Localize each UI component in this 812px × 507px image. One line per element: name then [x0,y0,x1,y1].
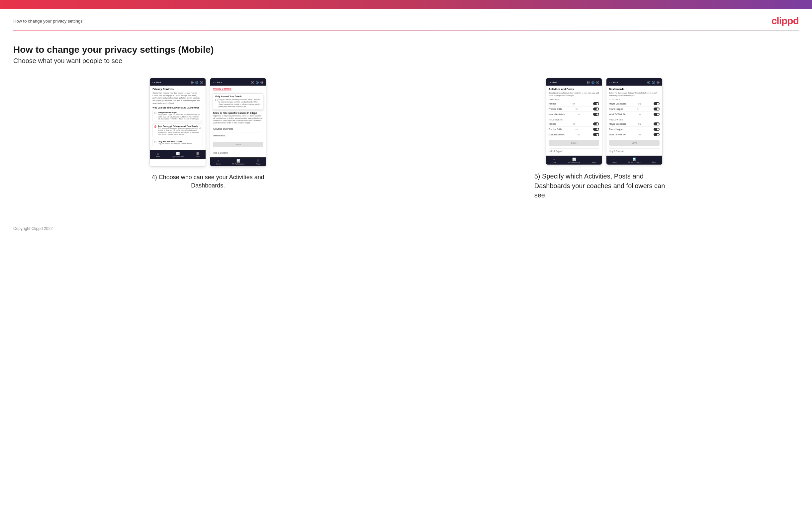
performance-icon: 📊 [176,152,180,155]
screen2-show-hide-title: Show or hide specific features in Clippd [213,112,263,114]
search2-icon[interactable]: 🔍 [251,81,254,84]
person2-icon[interactable]: 👤 [256,81,259,84]
settings2-icon[interactable]: ⚙ [260,81,263,84]
screen3-followers-rounds-toggle[interactable] [593,122,599,125]
search4-icon[interactable]: 🔍 [647,81,650,84]
screens-pair-right: ‹ < Back 🔍 👤 ⚙ Activities and Posts Sele… [546,78,663,165]
screen4-back[interactable]: ‹ < Back [609,81,618,83]
screen3-followers-label: FOLLOWERS [549,119,599,121]
screen1-back[interactable]: ‹ < Back [152,81,161,83]
screen1-nav-home[interactable]: ⌂ Home [156,152,160,158]
screen3-coaches-rounds-toggle[interactable] [593,102,599,105]
screen3-coaches-drills-label: Practice Drills [549,108,562,110]
screen3-followers-manual-toggle[interactable] [593,133,599,136]
screen2-tab[interactable]: Privacy Controls [213,88,232,91]
settings4-icon[interactable]: ⚙ [657,81,660,84]
screen2-nav-performance[interactable]: 📊 My Performance [232,159,244,165]
screen3-followers-drills: Practice Drills ON [549,127,599,132]
screen4-coaches-work-toggle[interactable] [654,113,660,116]
screen3-coaches-rounds-label: Rounds [549,103,556,105]
screen4-coaches-player-toggle[interactable] [654,102,660,105]
screen4-home-label: Home [612,161,616,163]
screen3-coaches-drills: Practice Drills ON [549,107,599,112]
screen3-followers-manual-on: ON [577,134,579,136]
copyright-text: Copyright Clippd 2022 [13,226,53,231]
person-icon[interactable]: 👤 [195,81,198,84]
screen3-coaches-manual-toggle[interactable] [593,113,599,116]
screen4-coaches-work-on: What To Work On ON [609,112,660,117]
screen2-list-activities[interactable]: Activities and Posts › [213,126,263,132]
screen4-nav: ‹ < Back 🔍 👤 ⚙ [606,79,662,86]
screen2-popup-text: Only you and the coaches you connect wit… [218,99,261,108]
search3-icon[interactable]: 🔍 [587,81,590,84]
footer: Copyright Clippd 2022 [0,220,812,238]
screen3-followers-drills-toggle[interactable] [593,128,599,131]
screen4-followers-insights-toggle[interactable] [654,128,660,131]
caption-4: 4) Choose who can see your Activities an… [145,173,271,190]
screen3-nav-menu[interactable]: ☰ Menu [592,158,596,163]
settings-icon[interactable]: ⚙ [200,81,203,84]
screen1-nav-menu[interactable]: ☰ Menu [196,152,200,158]
menu-icon: ☰ [196,152,199,155]
screen3-nav-home[interactable]: ⌂ Home [552,158,556,163]
screen2-nav-home[interactable]: ⌂ Home [216,159,220,165]
screens-pair-left: ‹ < Back 🔍 👤 ⚙ Privacy Controls Control … [149,78,266,167]
screen3-bottom-nav: ⌂ Home 📊 My Performance ☰ Menu [546,156,602,165]
person3-icon[interactable]: 👤 [592,81,595,84]
screen3-followers-rounds: Rounds ON [549,121,599,127]
screen3-coaches-rounds: Rounds ON [549,101,599,107]
performance2-icon: 📊 [237,159,240,163]
screen2-save-btn[interactable]: Save [213,142,263,147]
screen2-popup: Only You and Your Coach Only you and the… [213,93,263,110]
screen1-radio-followers[interactable] [154,125,156,128]
screen-4: ‹ < Back 🔍 👤 ⚙ Dashboards Select the das… [606,78,663,165]
screen3-perf-label: My Performance [568,161,580,163]
screen1-nav-performance[interactable]: 📊 My Performance [172,152,184,158]
screen3-back[interactable]: ‹ < Back [549,81,558,83]
screenshot-group-left: ‹ < Back 🔍 👤 ⚙ Privacy Controls Control … [13,78,403,190]
screen1-title: Privacy Controls [152,88,203,91]
screen4-followers-work-label: What To Work On [609,133,626,136]
screen1-nav: ‹ < Back 🔍 👤 ⚙ [150,79,206,86]
screen1-coach-desc: Only you and the coaches you connect wit… [158,143,192,145]
screen3-followers-manual: Manual Activities ON [549,132,599,137]
page-subheading: Choose what you want people to see [13,57,799,65]
menu4-icon: ☰ [653,158,656,161]
screen2-popup-radio-btn[interactable] [215,99,217,101]
screen1-option-everyone[interactable]: Everyone on Clippd Everyone on Clippd ca… [152,110,203,122]
screen-1: ‹ < Back 🔍 👤 ⚙ Privacy Controls Control … [149,78,206,167]
screen1-option-followers[interactable]: Only Approved Followers and Your Coach O… [152,123,203,137]
screen2-back-label: < Back [215,81,222,83]
search-icon[interactable]: 🔍 [191,81,194,84]
screen3-nav-performance[interactable]: 📊 My Performance [568,158,580,163]
screen4-nav-menu[interactable]: ☰ Menu [652,158,657,163]
screen3-title: Activities and Posts [549,88,599,91]
person4-icon[interactable]: 👤 [652,81,655,84]
screen3-coaches-drills-toggle[interactable] [593,108,599,111]
menu3-icon: ☰ [593,158,595,161]
screen4-followers-player-dash: Player Dashboard ON [609,121,660,127]
screen4-save-btn[interactable]: Save [609,140,660,146]
screen2-nav-menu[interactable]: ☰ Menu [256,159,260,165]
screen3-followers-drills-on: ON [575,128,578,130]
screen1-radio-coach[interactable] [154,141,156,143]
screen1-option-coach[interactable]: Only You and Your Coach Only you and the… [152,139,203,147]
screen3-save-btn[interactable]: Save [549,140,599,146]
settings3-icon[interactable]: ⚙ [596,81,599,84]
screen4-nav-performance[interactable]: 📊 My Performance [628,158,641,163]
screen4-followers-insights-on: ON [637,128,639,130]
screen2-activities-chevron: › [263,127,264,130]
screen2-list-dashboards[interactable]: Dashboards › [213,132,263,139]
screen4-coaches-work-on: ON [638,113,641,115]
screen4-followers-work-toggle[interactable] [654,133,660,136]
screen4-nav-home[interactable]: ⌂ Home [612,158,616,163]
top-gradient-bar [0,0,812,9]
screen4-nav-icons: 🔍 👤 ⚙ [647,81,660,84]
screen2-back[interactable]: ‹ < Back [213,81,222,83]
screen1-home-label: Home [156,156,160,158]
screen4-followers-player-toggle[interactable] [654,122,660,125]
menu2-icon: ☰ [257,159,259,163]
screen4-coaches-insights-toggle[interactable] [654,108,660,111]
screen1-radio-everyone[interactable] [154,112,156,114]
screen3-followers-rounds-on: ON [572,123,575,125]
